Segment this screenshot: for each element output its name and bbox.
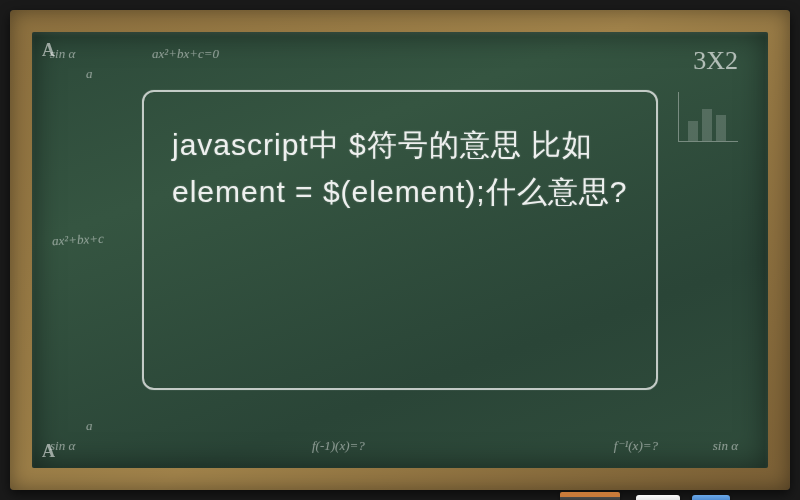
- formula-decoration: 3X2: [693, 46, 738, 76]
- formula-decoration: sin α: [50, 46, 75, 62]
- formula-decoration: a: [86, 66, 93, 82]
- formula-decoration: sin α: [50, 438, 75, 454]
- formula-decoration: a: [86, 418, 93, 434]
- chalkboard-surface: A sin α a ax²+bx+c=0 3X2 ax²+bx+c javasc…: [32, 32, 768, 468]
- formula-decoration: ax²+bx+c=0: [152, 46, 219, 62]
- bar-chart-doodle: [678, 92, 738, 142]
- question-text: javascript中 $符号的意思 比如element = $(element…: [172, 122, 628, 215]
- chalk-blue: [692, 495, 730, 500]
- question-container: javascript中 $符号的意思 比如element = $(element…: [142, 90, 658, 390]
- formula-decoration: f(-1)(x)=?: [312, 438, 365, 454]
- formula-decoration: f⁻¹(x)=?: [614, 438, 658, 454]
- chalk-white: [636, 495, 680, 500]
- formula-decoration: ax²+bx+c: [52, 231, 105, 250]
- eraser-prop: [560, 492, 620, 500]
- formula-decoration: sin α: [713, 438, 738, 454]
- chalkboard-frame: A sin α a ax²+bx+c=0 3X2 ax²+bx+c javasc…: [10, 10, 790, 490]
